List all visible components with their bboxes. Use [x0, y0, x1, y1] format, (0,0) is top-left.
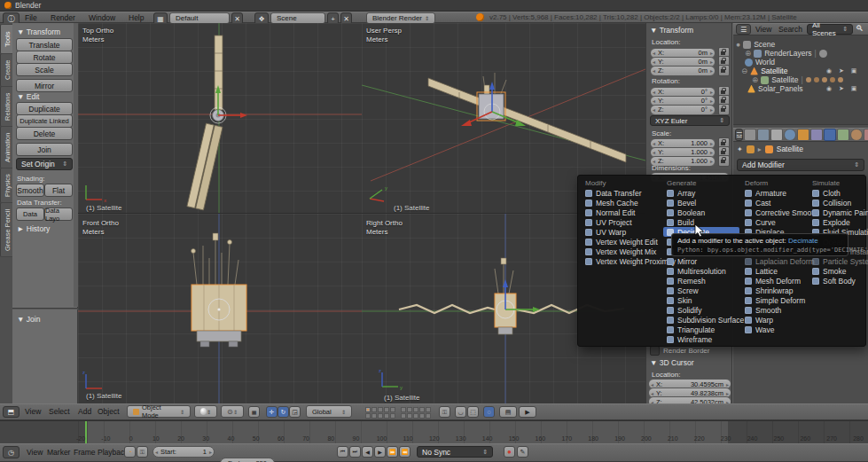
- lock-frame-range-button[interactable]: ⚿: [137, 446, 148, 458]
- pin-icon[interactable]: ✦: [737, 145, 743, 153]
- snap-element-dropdown[interactable]: ⬚: [467, 406, 479, 418]
- render-opengl-anim-button[interactable]: ▶: [519, 406, 536, 418]
- toolshelf-divider[interactable]: [12, 308, 78, 309]
- menu-item-screw[interactable]: Screw: [663, 286, 739, 295]
- menu-window[interactable]: Window: [89, 12, 115, 23]
- viewport-top-ortho[interactable]: Top Ortho Meters x (1) Satellite: [78, 23, 363, 214]
- shade-flat-button[interactable]: Flat: [44, 184, 73, 197]
- rotate-button[interactable]: Rotate: [16, 51, 73, 64]
- panel-edit-header[interactable]: ▼ Edit: [17, 92, 39, 101]
- menu-item-laplacian-deform[interactable]: Laplacian Deform: [741, 256, 809, 266]
- translate-button[interactable]: Translate: [16, 38, 73, 51]
- selectability-pointer-icon[interactable]: ➤: [837, 84, 846, 92]
- prev-keyframe-button[interactable]: ◀: [362, 446, 373, 458]
- menu-item-array[interactable]: Array: [663, 188, 739, 198]
- tab-material-icon[interactable]: [850, 129, 863, 141]
- panel-join-header[interactable]: ▼ Join: [17, 315, 40, 324]
- breadcrumb-object-name[interactable]: Satellite: [777, 145, 803, 153]
- frame-end-field[interactable]: End:250: [220, 458, 275, 462]
- pivot-align-toggle[interactable]: ▦: [248, 406, 260, 418]
- object-menu[interactable]: Object: [98, 406, 120, 417]
- menu-item-remesh[interactable]: Remesh: [663, 276, 739, 286]
- shade-smooth-button[interactable]: Smooth: [16, 184, 44, 197]
- visibility-eye-icon[interactable]: ◉: [825, 84, 833, 92]
- add-menu[interactable]: Add: [78, 406, 91, 417]
- outliner-menu-search[interactable]: Search: [778, 24, 802, 35]
- menu-item-wireframe[interactable]: Wireframe: [663, 334, 739, 344]
- editor-type-timeline-button[interactable]: ◷: [3, 446, 20, 458]
- menu-item-skin[interactable]: Skin: [663, 295, 739, 305]
- menu-item-cast[interactable]: Cast: [741, 198, 809, 208]
- menu-item-normal-edit[interactable]: Normal Edit: [582, 208, 663, 217]
- menu-item-smooth[interactable]: Smooth: [741, 305, 809, 315]
- menu-item-vertex-weight-proximity[interactable]: Vertex Weight Proximity: [582, 256, 663, 266]
- delete-button[interactable]: Delete: [16, 127, 73, 140]
- menu-item-triangulate[interactable]: Triangulate: [663, 325, 739, 334]
- renderability-camera-icon[interactable]: ▣: [849, 67, 858, 74]
- play-reverse-button[interactable]: ⏪: [399, 446, 411, 458]
- all-scenes-dropdown[interactable]: All Scenes: [807, 24, 853, 35]
- render-opengl-button[interactable]: ▤: [499, 406, 517, 418]
- rotation-mode-dropdown[interactable]: XYZ Euler: [650, 115, 730, 126]
- outliner-row-renderlayers[interactable]: ⊕RenderLayers|: [745, 49, 827, 58]
- viewport-front-ortho[interactable]: Front Ortho Meters z (1) Satellite: [78, 214, 363, 403]
- data-button[interactable]: Data: [16, 208, 44, 221]
- duplicate-linked-button[interactable]: Duplicate Linked: [16, 114, 73, 128]
- editor-type-properties-button[interactable]: ☲: [735, 129, 743, 141]
- menu-item-vertex-weight-edit[interactable]: Vertex Weight Edit: [582, 237, 663, 247]
- layers-grid-2[interactable]: [401, 407, 431, 419]
- lock-icon[interactable]: [718, 104, 730, 115]
- join-button[interactable]: Join: [16, 143, 73, 156]
- set-origin-dropdown[interactable]: Set Origin: [16, 158, 73, 170]
- npanel-transform-header[interactable]: ▼ Transform: [650, 26, 693, 35]
- outliner-row-world[interactable]: World: [745, 58, 775, 67]
- menu-render[interactable]: Render: [51, 12, 75, 23]
- sync-mode-dropdown[interactable]: No Sync: [417, 446, 493, 458]
- menu-item-bevel[interactable]: Bevel: [663, 198, 739, 208]
- use-preview-range-button[interactable]: ◔: [124, 446, 136, 458]
- menu-item-shrinkwrap[interactable]: Shrinkwrap: [741, 286, 809, 295]
- visibility-eye-icon[interactable]: ◉: [825, 67, 833, 74]
- frame-start-field[interactable]: Start:1: [152, 446, 215, 458]
- select-menu[interactable]: Select: [49, 406, 70, 417]
- menu-item-warp[interactable]: Warp: [741, 315, 809, 325]
- menu-item-solidify[interactable]: Solidify: [663, 305, 739, 315]
- timeline-menu-view[interactable]: View: [27, 447, 43, 458]
- manipulator-translate-button[interactable]: ✛: [266, 406, 278, 418]
- transform-orientation-dropdown[interactable]: Global⇕: [306, 405, 352, 418]
- outliner-row-satellite-object[interactable]: ⊖Satellite: [741, 67, 787, 75]
- menu-item-curve[interactable]: Curve: [741, 217, 809, 227]
- keying-set-button[interactable]: ✎: [517, 446, 528, 458]
- timeline-menu-frame[interactable]: Frame: [74, 447, 96, 458]
- jump-to-end-button[interactable]: ⏭: [349, 446, 361, 458]
- duplicate-button[interactable]: Duplicate: [16, 102, 73, 115]
- timeline-ruler[interactable]: -20-100102030405060708090100110120130140…: [0, 420, 868, 444]
- tab-data-icon[interactable]: [837, 129, 849, 141]
- cursor-panel-header[interactable]: ▼ 3D Cursor: [650, 358, 694, 367]
- tab-texture-icon[interactable]: [864, 129, 868, 141]
- menu-help[interactable]: Help: [129, 12, 144, 23]
- manipulator-scale-button[interactable]: ◲: [289, 406, 301, 418]
- menu-item-mesh-deform[interactable]: Mesh Deform: [741, 276, 809, 286]
- outliner-row-satellite-mesh[interactable]: ⊕Satellite|: [752, 75, 843, 84]
- menu-item-mirror[interactable]: Mirror: [663, 256, 739, 266]
- menu-item-uv-warp[interactable]: UV Warp: [582, 227, 663, 237]
- menu-item-simple-deform[interactable]: Simple Deform: [741, 295, 809, 305]
- menu-item-soft-body[interactable]: Soft Body: [809, 276, 864, 286]
- outliner-row-solar-panels[interactable]: Solar_Panels: [747, 84, 803, 93]
- pivot-point-dropdown[interactable]: ⊙ ⇕: [221, 405, 244, 418]
- menu-item-armature[interactable]: Armature: [741, 188, 809, 198]
- manipulator-rotate-button[interactable]: ↻: [278, 406, 289, 418]
- timeline-menu-marker[interactable]: Marker: [47, 447, 70, 458]
- tab-modifiers-icon[interactable]: [824, 129, 836, 141]
- menu-item-corrective-smooth[interactable]: Corrective Smooth: [741, 208, 809, 217]
- menu-item-explode[interactable]: Explode: [809, 217, 864, 227]
- tab-object-icon[interactable]: [797, 129, 809, 141]
- editor-type-3dview-button[interactable]: ⬒: [3, 406, 20, 418]
- snap-magnet-button[interactable]: ◡: [455, 406, 466, 418]
- menu-item-subdivision-surface[interactable]: Subdivision Surface: [663, 315, 739, 325]
- menu-item-uv-project[interactable]: UV Project: [582, 217, 663, 227]
- tab-world-icon[interactable]: [784, 129, 796, 141]
- menu-item-cloth[interactable]: Cloth: [809, 188, 864, 198]
- proportional-edit-button[interactable]: ◌: [483, 406, 495, 418]
